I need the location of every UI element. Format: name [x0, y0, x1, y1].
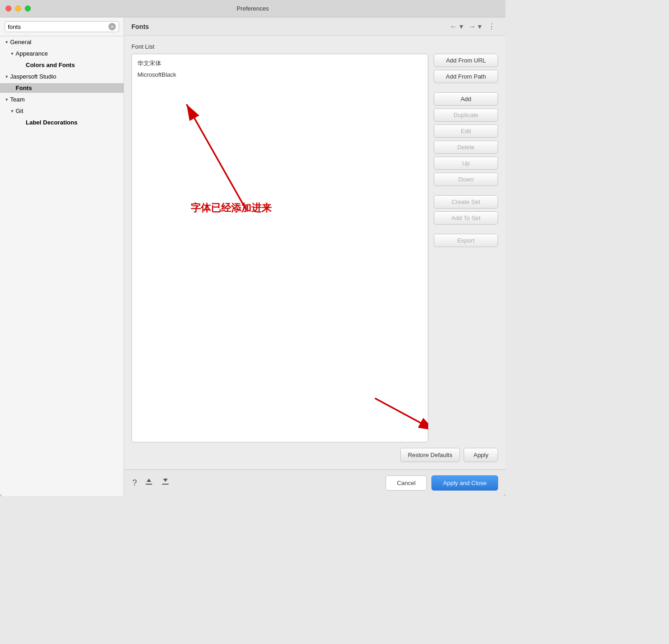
- more-button[interactable]: ⋮: [485, 21, 498, 32]
- sidebar-item-label: Appearance: [16, 50, 48, 57]
- help-button[interactable]: ?: [131, 477, 138, 489]
- tree-item-colors-fonts: ▼ Colors and Fonts: [0, 59, 124, 71]
- apply-button[interactable]: Apply: [464, 448, 498, 462]
- buttons-column: Add From URL Add From Path Add Duplicate…: [434, 54, 498, 442]
- sidebar-item-label: Team: [10, 96, 25, 103]
- import-button[interactable]: [143, 476, 154, 490]
- content-area: Font List 华文宋体 MicrosoftBlack: [124, 36, 505, 469]
- import-icon: [144, 477, 153, 486]
- minimize-button[interactable]: [15, 6, 21, 11]
- sidebar: ✕ ▼ General ▼ Appearance ▼ Colors an: [0, 17, 124, 496]
- bottom-icons: ?: [131, 476, 171, 490]
- sidebar-item-jaspersoft[interactable]: ▼ Jaspersoft Studio: [0, 72, 124, 81]
- tree-item-jaspersoft: ▼ Jaspersoft Studio: [0, 71, 124, 82]
- duplicate-button[interactable]: Duplicate: [434, 108, 498, 122]
- sidebar-item-general[interactable]: ▼ General: [0, 37, 124, 47]
- search-wrapper: ✕: [5, 21, 119, 32]
- sidebar-item-git[interactable]: ▼ Git: [0, 106, 124, 116]
- triangle-icon: ▼: [10, 109, 16, 113]
- restore-defaults-button[interactable]: Restore Defaults: [400, 448, 460, 462]
- add-to-set-button[interactable]: Add To Set: [434, 211, 498, 225]
- delete-button[interactable]: Delete: [434, 141, 498, 154]
- close-button[interactable]: [6, 6, 11, 11]
- sidebar-item-label: Jaspersoft Studio: [10, 73, 56, 80]
- export-icon-button[interactable]: [160, 476, 171, 490]
- triangle-icon: ▼: [10, 51, 16, 56]
- window-title: Preferences: [237, 5, 269, 12]
- triangle-icon: ▼: [5, 74, 10, 79]
- search-input[interactable]: [8, 23, 108, 30]
- sidebar-item-team[interactable]: ▼ Team: [0, 95, 124, 104]
- titlebar: Preferences: [0, 0, 505, 17]
- restore-apply-row: Restore Defaults Apply: [131, 448, 498, 462]
- main-content: Fonts ← ▾ → ▾ ⋮ Font List 华文宋体 Microsoft…: [124, 17, 505, 496]
- export-button[interactable]: Export: [434, 234, 498, 247]
- preferences-window: Preferences ✕ ▼ General ▼ Appearan: [0, 0, 505, 496]
- nav-buttons: ← ▾ → ▾ ⋮: [448, 21, 498, 32]
- font-entry-1[interactable]: 华文宋体: [136, 58, 424, 69]
- tree-item-git: ▼ Git: [0, 105, 124, 117]
- search-clear-button[interactable]: ✕: [108, 23, 116, 30]
- tree-item-appearance: ▼ Appearance: [0, 48, 124, 59]
- font-list-area: 华文宋体 MicrosoftBlack: [131, 54, 498, 442]
- up-button[interactable]: Up: [434, 157, 498, 170]
- font-list-box[interactable]: 华文宋体 MicrosoftBlack: [131, 54, 428, 442]
- sidebar-item-label: Colors and Fonts: [26, 62, 75, 68]
- maximize-button[interactable]: [25, 6, 31, 11]
- traffic-lights: [6, 6, 31, 11]
- forward-button[interactable]: → ▾: [467, 21, 483, 32]
- add-button[interactable]: Add: [434, 92, 498, 106]
- tree-item-fonts: ▼ Fonts: [0, 82, 124, 94]
- sidebar-item-label: General: [10, 39, 31, 45]
- cancel-button[interactable]: Cancel: [386, 475, 427, 491]
- down-button[interactable]: Down: [434, 173, 498, 186]
- tree-item-label-decorations: ▼ Label Decorations: [0, 117, 124, 128]
- triangle-icon: ▼: [5, 40, 10, 45]
- section-title: Font List: [131, 43, 498, 50]
- search-bar: ✕: [0, 17, 124, 36]
- back-button[interactable]: ← ▾: [448, 21, 465, 32]
- svg-rect-6: [162, 484, 169, 485]
- svg-marker-5: [147, 479, 151, 482]
- svg-marker-7: [163, 479, 168, 482]
- sidebar-item-label: Fonts: [16, 85, 32, 91]
- sidebar-item-fonts[interactable]: ▼ Fonts: [0, 83, 124, 93]
- sidebar-item-label: Git: [16, 107, 23, 114]
- font-entry-2[interactable]: MicrosoftBlack: [136, 69, 424, 81]
- sidebar-item-colors-fonts[interactable]: ▼ Colors and Fonts: [0, 60, 124, 70]
- sidebar-item-label: Label Decorations: [26, 119, 78, 126]
- svg-rect-4: [146, 484, 152, 485]
- sidebar-item-label-decorations[interactable]: ▼ Label Decorations: [0, 118, 124, 127]
- export-icon: [161, 477, 170, 486]
- create-set-button[interactable]: Create Set: [434, 195, 498, 209]
- main-header: Fonts ← ▾ → ▾ ⋮: [124, 17, 505, 36]
- bottom-action-bar: ? Cancel Apply and: [124, 469, 505, 496]
- edit-button[interactable]: Edit: [434, 124, 498, 138]
- sidebar-item-appearance[interactable]: ▼ Appearance: [0, 49, 124, 58]
- font-list-wrapper: 华文宋体 MicrosoftBlack: [131, 54, 428, 442]
- tree-item-general: ▼ General: [0, 36, 124, 48]
- annotation-text: 字体已经添加进来: [191, 201, 272, 215]
- add-from-path-button[interactable]: Add From Path: [434, 70, 498, 83]
- apply-and-close-button[interactable]: Apply and Close: [431, 475, 498, 491]
- tree-item-team: ▼ Team: [0, 94, 124, 105]
- page-title: Fonts: [131, 23, 149, 30]
- add-from-url-button[interactable]: Add From URL: [434, 54, 498, 67]
- window-body: ✕ ▼ General ▼ Appearance ▼ Colors an: [0, 17, 505, 496]
- triangle-icon: ▼: [5, 97, 10, 102]
